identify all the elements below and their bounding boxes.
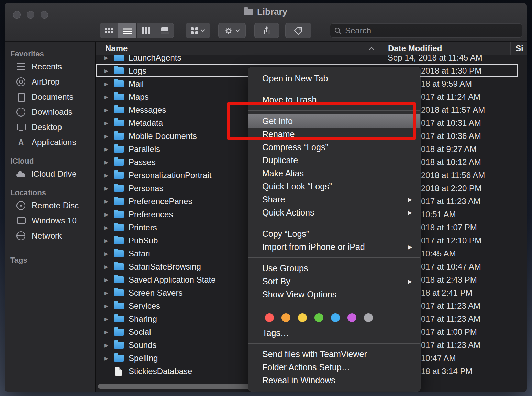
- menu-item[interactable]: Reveal in Windows ▶: [248, 374, 420, 387]
- search-input[interactable]: [345, 26, 518, 35]
- sidebar-section-icloud: iCloud iCloud Drive: [5, 156, 95, 182]
- menu-item[interactable]: Rename ▶: [248, 128, 420, 141]
- sidebar-item[interactable]: Remote Disc: [5, 198, 95, 213]
- disclosure-triangle-icon[interactable]: ▶: [104, 251, 111, 256]
- icon-view-button[interactable]: [100, 23, 118, 38]
- menu-item[interactable]: Share ▶: [248, 193, 420, 206]
- folder-icon: [114, 120, 124, 126]
- sidebar-item-label: AirDrop: [32, 77, 59, 87]
- action-button[interactable]: [218, 23, 246, 38]
- menu-item[interactable]: Quick Actions ▶: [248, 206, 420, 219]
- column-header-name[interactable]: Name: [96, 42, 379, 55]
- disclosure-triangle-icon[interactable]: ▶: [104, 212, 111, 217]
- tag-yellow-dot[interactable]: [298, 313, 307, 322]
- sidebar-header-tags: Tags: [5, 255, 95, 265]
- tag-button[interactable]: [285, 23, 311, 38]
- menu-item[interactable]: Move to Trash ▶: [248, 93, 420, 106]
- disclosure-triangle-icon[interactable]: ▶: [104, 329, 111, 335]
- applications-icon: [16, 138, 25, 147]
- folder-icon: [114, 159, 124, 166]
- menu-item[interactable]: Duplicate ▶: [248, 154, 420, 167]
- disclosure-triangle-icon[interactable]: ▶: [104, 160, 111, 165]
- disclosure-triangle-icon[interactable]: ▶: [104, 107, 111, 113]
- tag-purple-dot[interactable]: [347, 313, 356, 322]
- menu-item[interactable]: Open in New Tab ▶: [248, 72, 420, 85]
- disclosure-triangle-icon[interactable]: ▶: [104, 173, 111, 178]
- tag-gray-dot[interactable]: [364, 313, 373, 322]
- file-name: Services: [129, 301, 160, 311]
- gallery-view-button[interactable]: [155, 23, 174, 38]
- disclosure-triangle-icon[interactable]: ▶: [104, 81, 111, 87]
- tag-orange-dot[interactable]: [281, 313, 290, 322]
- file-name: Spelling: [129, 353, 158, 363]
- disclosure-triangle-icon[interactable]: ▶: [104, 186, 111, 191]
- disclosure-triangle-icon[interactable]: ▶: [104, 199, 111, 204]
- disclosure-triangle-icon[interactable]: ▶: [104, 290, 111, 296]
- sort-ascending-icon: [369, 47, 374, 50]
- disclosure-triangle-icon[interactable]: ▶: [104, 225, 111, 230]
- disclosure-triangle-icon[interactable]: ▶: [104, 303, 111, 309]
- disclosure-triangle-icon[interactable]: ▶: [104, 355, 111, 361]
- sidebar-item[interactable]: Downloads: [5, 104, 95, 120]
- submenu-arrow-icon: ▶: [408, 193, 412, 206]
- tag-blue-dot[interactable]: [331, 313, 340, 322]
- table-row[interactable]: ▶ LaunchAgents Sep 14, 2018 at 11:45 AM: [96, 55, 527, 64]
- submenu-arrow-icon: ▶: [408, 206, 412, 219]
- menu-item[interactable]: Tags… ▶: [248, 326, 420, 339]
- disclosure-triangle-icon[interactable]: ▶: [104, 94, 111, 100]
- disclosure-triangle-icon[interactable]: ▶: [104, 133, 111, 139]
- sidebar-item[interactable]: Documents: [5, 89, 95, 104]
- sidebar-item[interactable]: Applications: [5, 135, 95, 150]
- file-name: Safari: [129, 249, 150, 258]
- disclosure-triangle-icon[interactable]: ▶: [104, 277, 111, 283]
- tag-red-dot[interactable]: [265, 313, 274, 322]
- menu-item[interactable]: Quick Look “Logs” ▶: [248, 180, 420, 193]
- sidebar-item[interactable]: Recents: [5, 59, 95, 74]
- list-view-button[interactable]: [118, 23, 137, 38]
- menu-item[interactable]: Import from iPhone or iPad ▶: [248, 240, 420, 253]
- folder-icon: [114, 211, 124, 218]
- sidebar-item[interactable]: AirDrop: [5, 74, 95, 89]
- menu-item[interactable]: Get Info ▶: [248, 114, 420, 128]
- airdrop-icon: [16, 77, 25, 86]
- file-name: Messages: [129, 105, 166, 115]
- sidebar-item[interactable]: Desktop: [5, 120, 95, 135]
- menu-item[interactable]: Send files with TeamViewer ▶: [248, 348, 420, 361]
- disclosure-triangle-icon[interactable]: ▶: [104, 342, 111, 348]
- group-by-button[interactable]: [186, 23, 210, 38]
- sidebar-item[interactable]: Network: [5, 228, 95, 243]
- column-header-date-modified[interactable]: Date Modified: [379, 42, 510, 55]
- menu-item[interactable]: Show View Options ▶: [248, 288, 420, 301]
- disclosure-triangle-icon[interactable]: ▶: [104, 120, 111, 126]
- tag-green-dot[interactable]: [314, 313, 323, 322]
- menu-item[interactable]: Compress “Logs” ▶: [248, 141, 420, 154]
- file-name: Maps: [129, 92, 149, 102]
- disclosure-triangle-icon[interactable]: ▶: [104, 146, 111, 152]
- disclosure-triangle-icon[interactable]: ▶: [104, 316, 111, 322]
- list-view-icon: [123, 27, 132, 34]
- disclosure-triangle-icon[interactable]: ▶: [104, 264, 111, 270]
- folder-icon: [114, 302, 124, 309]
- menu-item[interactable]: Use Groups ▶: [248, 262, 420, 275]
- column-header-size[interactable]: Si: [510, 42, 527, 55]
- file-name: LaunchAgents: [129, 55, 181, 63]
- menu-item[interactable]: Make Alias ▶: [248, 167, 420, 180]
- menu-item[interactable]: Sort By ▶: [248, 275, 420, 288]
- disclosure-triangle-icon[interactable]: ▶: [104, 55, 111, 60]
- disclosure-triangle-icon[interactable]: ▶: [104, 238, 111, 243]
- sidebar-item[interactable]: Windows 10: [5, 213, 95, 228]
- network-icon: [16, 231, 25, 240]
- chevron-down-icon: [235, 29, 240, 32]
- sidebar-item[interactable]: iCloud Drive: [5, 166, 95, 182]
- share-button[interactable]: [254, 23, 279, 38]
- menu-item[interactable]: Folder Actions Setup… ▶: [248, 361, 420, 374]
- menu-separator: [248, 223, 420, 223]
- column-view-button[interactable]: [137, 23, 155, 38]
- context-menu: Open in New Tab ▶ Move to Trash ▶ Get In…: [248, 67, 420, 391]
- disclosure-triangle-icon[interactable]: ▶: [104, 68, 111, 74]
- search-field[interactable]: [330, 23, 522, 38]
- file-name: Social: [129, 327, 151, 337]
- menu-item[interactable]: Copy “Logs” ▶: [248, 227, 420, 240]
- file-name: StickiesDatabase: [129, 366, 192, 376]
- column-view-icon: [142, 27, 150, 34]
